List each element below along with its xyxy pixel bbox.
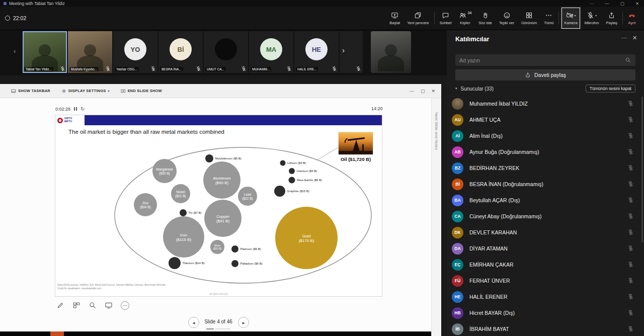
panel-close-icon[interactable]: ✕ <box>632 35 637 41</box>
end-slideshow-icon <box>121 89 126 94</box>
participant-tile[interactable]: HEHALİL ERE... <box>294 31 339 73</box>
toolbar-button-camera[interactable]: ▾Kamera <box>560 7 581 30</box>
participant-name: BEDİRHAN ZEYREK <box>469 165 519 171</box>
minimize-icon[interactable]: — <box>605 1 609 6</box>
participant-row[interactable]: BİBESRA İNAN (Doğrulanmamış) <box>447 176 644 192</box>
filmstrip-scroll-left-icon[interactable]: ‹ <box>14 47 16 55</box>
participant-row[interactable]: İBİBRAHİM BAYAT <box>447 321 644 336</box>
muted-mic-icon[interactable] <box>627 181 634 187</box>
presentation-minimize-icon[interactable]: — <box>410 89 414 94</box>
presentation-close-icon[interactable]: ✕ <box>431 89 435 94</box>
restart-timer-icon[interactable]: ↻ <box>80 106 85 112</box>
person-silhouette <box>39 44 51 56</box>
muted-mic-icon[interactable] <box>627 116 634 123</box>
person-silhouette <box>385 44 397 56</box>
self-video-tile[interactable] <box>371 31 411 73</box>
toolbar-button-view[interactable]: Görünüm <box>518 7 540 30</box>
zoom-tool-icon[interactable] <box>88 300 98 310</box>
avatar: CA <box>452 211 463 222</box>
muted-mic-icon[interactable] <box>627 277 634 284</box>
muted-mic-icon[interactable] <box>627 229 634 235</box>
slide-sorter-icon[interactable] <box>71 300 82 310</box>
muted-mic-icon[interactable] <box>627 293 634 300</box>
muted-mic-icon[interactable] <box>627 213 634 219</box>
presentation-restore-icon[interactable]: ▢ <box>421 89 425 94</box>
muted-mic-icon[interactable] <box>627 261 634 268</box>
participant-row[interactable]: BZBEDİRHAN ZEYREK <box>447 160 644 176</box>
display-tool-icon[interactable] <box>104 300 114 310</box>
share-invite-button[interactable]: Daveti paylaş <box>455 69 635 80</box>
maximize-icon[interactable]: ▢ <box>620 1 624 6</box>
toolbar-separator <box>558 12 559 25</box>
participant-row[interactable]: HBHicret BAYAR (Dış) <box>447 305 644 321</box>
presenter-menu-display-settings[interactable]: DISPLAY SETTINGS▾ <box>61 89 110 94</box>
participant-row[interactable]: CACüneyt Abay (Doğrulanmamış) <box>447 208 644 224</box>
toolbar-button-microphone[interactable]: ▾Mikrofon <box>581 7 603 30</box>
chevron-down-icon[interactable]: ▾ <box>575 14 576 17</box>
participant-tile[interactable]: YOYashar OSG... <box>113 31 157 73</box>
toolbar-button-react[interactable]: Tepki ver <box>496 7 518 30</box>
share-invite-icon <box>525 72 531 78</box>
next-slide-button[interactable]: ▸ <box>238 317 249 328</box>
bubble-label: Silver($20 B) <box>213 244 221 250</box>
participant-tile[interactable]: UMUT CA... <box>204 31 248 73</box>
muted-mic-icon[interactable] <box>627 197 634 203</box>
participant-row[interactable]: BABeytullah AÇAR (Dış) <box>447 192 644 208</box>
toolbar-button-more[interactable]: Tümü <box>540 7 557 30</box>
slide-title: The oil market is bigger than all raw me… <box>68 129 224 135</box>
participant-row[interactable]: AUAHMET UÇA <box>447 112 644 128</box>
mute-all-button[interactable]: Tümünün sesini kapat <box>586 85 635 93</box>
titlebar-more-icon[interactable]: ⋯ <box>590 1 594 6</box>
participant-row[interactable]: ABAynur Buğa (Doğrulanmamış) <box>447 144 644 160</box>
muted-mic-icon[interactable] <box>627 245 634 251</box>
participant-tile[interactable]: MAMUHAMM... <box>249 31 293 73</box>
next-slide-notes-pane[interactable]: Next Slide and Notes <box>431 98 441 336</box>
slide-counter: Slide 4 of 46 <box>198 319 238 324</box>
toolbar-button-chat[interactable]: Sohbet <box>436 7 455 30</box>
window-controls: ⋯ — ▢ ✕ <box>590 1 639 6</box>
participant-search-input[interactable]: Ad yazın <box>455 54 635 66</box>
pen-tool-icon[interactable] <box>55 300 65 310</box>
participant-row[interactable]: EÇEMİRHAN ÇAKAR <box>447 257 644 273</box>
panel-more-icon[interactable]: ⋯ <box>621 35 627 41</box>
leave-button[interactable]: Ayrıl <box>624 7 642 30</box>
muted-mic-icon[interactable] <box>627 325 634 332</box>
participant-name: Hicret BAYAR (Dış) <box>469 310 515 316</box>
avatar: Bİ <box>170 38 192 60</box>
toolbar-button-share[interactable]: Paylaş <box>602 7 621 30</box>
metu-logo: ODTÜMETU <box>55 115 85 125</box>
more-tools-icon[interactable]: ⋯ <box>120 300 130 310</box>
taskbar-app-indicator[interactable] <box>50 331 64 336</box>
participants-panel: Katılımcılar ⋯ ✕ Ad yazın Daveti paylaş … <box>447 30 644 336</box>
muted-mic-icon[interactable] <box>627 164 634 171</box>
previous-slide-button[interactable]: ◂ <box>188 317 199 328</box>
presenter-menu-end-slide-show[interactable]: END SLIDE SHOW <box>121 89 162 94</box>
chevron-down-icon[interactable]: ▾ <box>595 14 597 17</box>
toolbar-button-people[interactable]: 34Kişiler <box>455 7 475 30</box>
toolbar-button-raise-hand[interactable]: Söz iste <box>475 7 496 30</box>
panel-scrollbar[interactable] <box>641 97 643 242</box>
presenter-menu-show-taskbar[interactable]: SHOW TASKBAR <box>11 89 50 94</box>
participant-tile[interactable]: Mustafa Eyyubo... <box>68 31 112 73</box>
new-window-button[interactable]: Yeni pencere <box>404 7 433 30</box>
muted-mic-icon[interactable] <box>627 148 634 155</box>
pause-icon[interactable] <box>74 107 77 111</box>
muted-mic-icon[interactable] <box>627 309 634 316</box>
start-presenting-button[interactable]: Başlat <box>386 7 404 30</box>
close-icon[interactable]: ✕ <box>635 1 639 6</box>
participant-tile[interactable]: BİBESRA İNA... <box>158 31 203 73</box>
bubble-lithium <box>280 160 286 166</box>
participant-row[interactable]: DKDEVLET KARAHAN <box>447 224 644 240</box>
participant-row[interactable]: Muhammed İkbal YILDIZ <box>447 96 644 112</box>
participant-row[interactable]: HEHALİL ERENER <box>447 289 644 305</box>
participant-row[interactable]: DADİYAR ATAMAN <box>447 240 644 257</box>
participant-row[interactable]: FÜFERHAT ÜNVER <box>447 273 644 289</box>
participant-name: HALİL ERENER <box>469 294 507 300</box>
muted-mic-icon[interactable] <box>627 100 634 107</box>
filmstrip-scroll-right-icon[interactable]: › <box>342 46 345 54</box>
participant-tile[interactable]: Tabiat Tan Yildiz... <box>23 31 67 73</box>
avatar: BA <box>452 195 463 206</box>
section-chevron-icon[interactable]: ▾ <box>455 87 457 91</box>
participant-row[interactable]: AİAlim İnal (Dış) <box>447 128 644 144</box>
muted-mic-icon[interactable] <box>627 132 634 139</box>
